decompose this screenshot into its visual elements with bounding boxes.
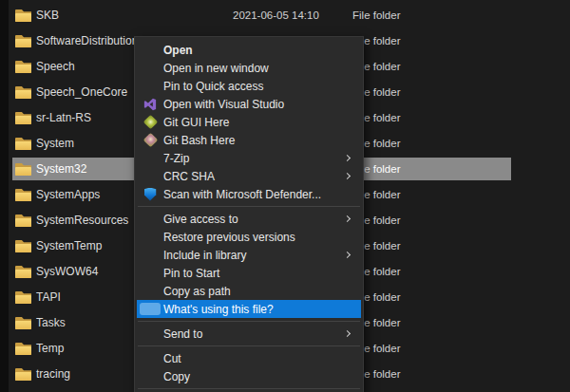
folder-icon (15, 9, 31, 22)
menu-item-label: Pin to Quick access (163, 80, 263, 93)
menu-item-label: Give access to (163, 213, 238, 226)
menu-item-open-in-new-window[interactable]: Open in new window (137, 59, 361, 77)
menu-item-open-with-visual-studio[interactable]: Open with Visual Studio (137, 95, 361, 113)
menu-item-label: Cut (163, 352, 181, 365)
menu-item-icon-slot (137, 367, 163, 385)
folder-name: SysWOW64 (36, 265, 98, 278)
folder-icon (15, 317, 31, 329)
menu-separator (138, 206, 360, 207)
menu-item-open[interactable]: Open (137, 41, 361, 59)
menu-item-icon-slot (137, 349, 163, 367)
menu-item-label: Send to (163, 327, 202, 341)
menu-item-icon-slot (137, 59, 163, 77)
menu-item-icon-slot (137, 210, 163, 228)
menu-item-crc-sha[interactable]: CRC SHA (137, 167, 361, 185)
menu-item-icon-slot (137, 167, 163, 185)
menu-separator (138, 345, 360, 346)
folder-icon (15, 86, 31, 99)
folder-name: Speech (36, 60, 75, 73)
menu-item-label: Pin to Start (163, 267, 219, 280)
visual-studio-icon (143, 98, 157, 111)
defender-icon (144, 188, 157, 201)
menu-item-copy-as-path[interactable]: Copy as path (137, 282, 361, 300)
menu-item-icon-slot (137, 246, 163, 264)
pane-edge-strip (0, 0, 9, 392)
folder-name: SystemResources (36, 214, 128, 227)
folder-name: SystemApps (36, 188, 100, 201)
whats-using-icon (140, 303, 161, 315)
menu-item-label: Git Bash Here (163, 134, 235, 147)
menu-separator (138, 388, 360, 389)
menu-item-send-to[interactable]: Send to (137, 325, 361, 343)
menu-item-include-in-library[interactable]: Include in library (137, 246, 361, 264)
folder-name: Tasks (36, 316, 66, 329)
folder-icon (15, 343, 31, 355)
menu-item-label: What's using this file? (163, 303, 274, 316)
date-modified: 2021-06-05 14:10 (233, 9, 319, 21)
menu-item-icon-slot (137, 300, 163, 318)
folder-icon (15, 163, 31, 176)
folder-icon (15, 266, 31, 278)
menu-item-icon-slot (137, 282, 163, 300)
folder-icon (15, 61, 31, 73)
menu-item-label: Copy as path (163, 285, 231, 298)
folder-name: TAPI (36, 290, 61, 304)
file-type: File folder (352, 9, 401, 21)
menu-item-git-bash-here[interactable]: Git Bash Here (137, 131, 361, 149)
menu-item-what-s-using-this-file[interactable]: What's using this file? (137, 300, 361, 318)
folder-name: Speech_OneCore (36, 85, 127, 99)
folder-name: SKB (36, 9, 59, 22)
menu-item-icon-slot (137, 325, 163, 343)
folder-icon (15, 240, 31, 252)
chevron-right-icon (344, 215, 351, 222)
menu-separator (138, 321, 360, 322)
menu-item-label: Git GUI Here (163, 116, 229, 129)
menu-item-label: Open in new window (163, 62, 269, 75)
menu-item-restore-previous-versions[interactable]: Restore previous versions (137, 228, 361, 246)
menu-item-label: Open (163, 44, 193, 57)
file-explorer-window: SKB 2021-06-05 14:10 File folder Softwar… (0, 0, 570, 392)
menu-item-label: Restore previous versions (163, 231, 295, 244)
menu-item-cut[interactable]: Cut (137, 349, 361, 367)
menu-item-icon-slot (137, 131, 163, 149)
menu-item-icon-slot (137, 95, 163, 113)
git-bash-icon (142, 133, 158, 148)
folder-icon (15, 189, 31, 201)
menu-item-pin-to-quick-access[interactable]: Pin to Quick access (137, 77, 361, 95)
menu-item-git-gui-here[interactable]: Git GUI Here (137, 113, 361, 131)
chevron-right-icon (344, 173, 351, 179)
folder-name: tracing (36, 367, 70, 381)
menu-item-label: Include in library (163, 249, 246, 262)
menu-item-label: Scan with Microsoft Defender... (163, 188, 321, 201)
folder-name: System (36, 137, 74, 150)
chevron-right-icon (344, 155, 351, 161)
folder-name: SystemTemp (36, 239, 102, 252)
menu-item-label: CRC SHA (163, 170, 215, 183)
menu-item-copy[interactable]: Copy (137, 367, 361, 385)
menu-item-icon-slot (137, 113, 163, 131)
menu-item-pin-to-start[interactable]: Pin to Start (137, 264, 361, 282)
menu-item-icon-slot (137, 228, 163, 246)
menu-item-icon-slot (137, 185, 163, 203)
menu-item-icon-slot (137, 264, 163, 282)
folder-name: SoftwareDistribution (36, 34, 138, 47)
menu-item-scan-with-microsoft-defender[interactable]: Scan with Microsoft Defender... (137, 185, 361, 203)
folder-icon (15, 35, 31, 47)
folder-icon (15, 215, 31, 227)
menu-item-icon-slot (137, 77, 163, 95)
file-row-skb[interactable]: SKB 2021-06-05 14:10 File folder (9, 3, 570, 28)
git-gui-icon (142, 115, 158, 130)
menu-item-label: 7-Zip (163, 152, 189, 165)
folder-name: System32 (36, 162, 86, 176)
context-menu: Open Open in new window Pin to Quick acc… (134, 36, 364, 392)
menu-item-label: Open with Visual Studio (163, 98, 284, 111)
folder-icon (15, 112, 31, 124)
folder-icon (15, 138, 31, 150)
folder-name: sr-Latn-RS (36, 111, 91, 124)
menu-item-give-access-to[interactable]: Give access to (137, 210, 361, 228)
folder-icon (15, 291, 31, 304)
menu-item-icon-slot (137, 41, 163, 59)
menu-item-7-zip[interactable]: 7-Zip (137, 149, 361, 167)
folder-name: Temp (36, 342, 64, 355)
folder-icon (15, 368, 31, 381)
